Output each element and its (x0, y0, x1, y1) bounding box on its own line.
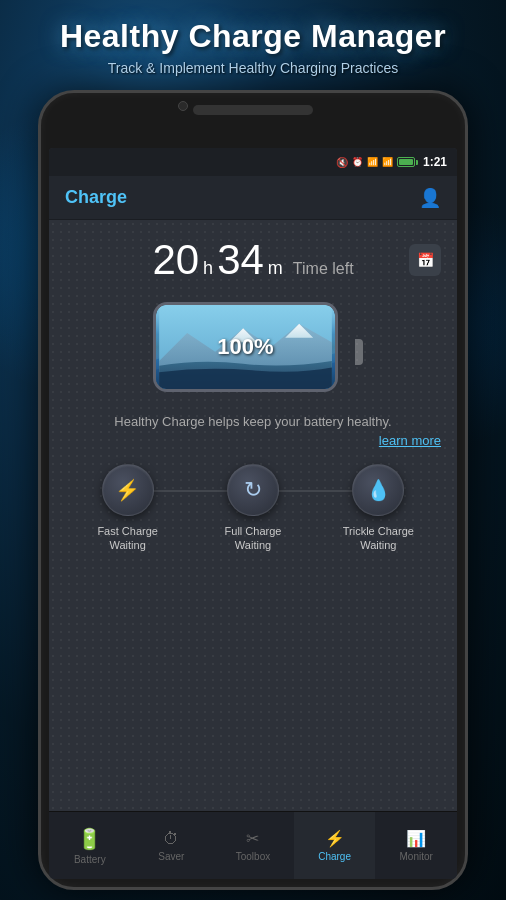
signal-icon: 📶 (382, 157, 393, 167)
bottom-nav: 🔋 Battery ⏱ Saver ✂ Toolbox ⚡ Charge 📊 M… (49, 811, 457, 879)
nav-monitor-icon: 📊 (406, 829, 426, 848)
nav-charge[interactable]: ⚡ Charge (294, 812, 376, 879)
main-content: 20 h 34 m Time left 📅 (49, 220, 457, 811)
time-hours: 20 (152, 236, 199, 284)
nav-battery[interactable]: 🔋 Battery (49, 812, 131, 879)
status-time: 1:21 (423, 155, 447, 169)
nav-charge-icon: ⚡ (325, 829, 345, 848)
status-icons: 🔇 ⏰ 📶 📶 1:21 (336, 155, 447, 169)
trickle-charge-icon-circle: 💧 (352, 464, 404, 516)
nav-monitor[interactable]: 📊 Monitor (375, 812, 457, 879)
phone-speaker (193, 105, 313, 115)
learn-more-link[interactable]: learn more (65, 433, 441, 448)
charge-modes: ⚡ Fast ChargeWaiting ↻ Full ChargeWaitin… (65, 464, 441, 553)
app-title: Healthy Charge Manager (20, 18, 486, 55)
trickle-charge-mode[interactable]: 💧 Trickle ChargeWaiting (316, 464, 441, 553)
fast-charge-label: Fast ChargeWaiting (97, 524, 158, 553)
full-charge-label: Full ChargeWaiting (225, 524, 282, 553)
nav-saver-label: Saver (158, 851, 184, 862)
battery-visual: 100% (153, 302, 353, 402)
nav-saver[interactable]: ⏱ Saver (131, 812, 213, 879)
alarm-icon: ⏰ (352, 157, 363, 167)
profile-icon[interactable]: 👤 (419, 187, 441, 209)
phone-camera (178, 101, 188, 111)
battery-body: 100% (153, 302, 338, 392)
mute-icon: 🔇 (336, 157, 348, 168)
status-bar: 🔇 ⏰ 📶 📶 1:21 (49, 148, 457, 176)
time-hours-unit: h (203, 258, 213, 279)
toolbar: Charge 👤 (49, 176, 457, 220)
nav-charge-label: Charge (318, 851, 351, 862)
nav-monitor-label: Monitor (399, 851, 432, 862)
app-header-section: Healthy Charge Manager Track & Implement… (0, 0, 506, 86)
nav-saver-icon: ⏱ (163, 830, 179, 848)
calendar-icon[interactable]: 📅 (409, 244, 441, 276)
time-minutes: 34 (217, 236, 264, 284)
nav-battery-label: Battery (74, 854, 106, 865)
time-display: 20 h 34 m Time left 📅 (65, 236, 441, 284)
fast-charge-icon-circle: ⚡ (102, 464, 154, 516)
trickle-charge-icon: 💧 (366, 478, 391, 502)
nav-battery-icon: 🔋 (77, 827, 102, 851)
wifi-icon: 📶 (367, 157, 378, 167)
fast-charge-mode[interactable]: ⚡ Fast ChargeWaiting (65, 464, 190, 553)
helper-section: Healthy Charge helps keep your battery h… (65, 412, 441, 448)
nav-toolbox-label: Toolbox (236, 851, 270, 862)
nav-toolbox[interactable]: ✂ Toolbox (212, 812, 294, 879)
full-charge-icon-circle: ↻ (227, 464, 279, 516)
battery-status-icon (397, 157, 415, 167)
time-minutes-unit: m (268, 258, 283, 279)
phone-frame: 🔇 ⏰ 📶 📶 1:21 Charge 👤 20 h 34 m Time lef… (38, 90, 468, 890)
battery-percentage: 100% (217, 334, 273, 360)
nav-toolbox-icon: ✂ (246, 829, 259, 848)
fast-charge-icon: ⚡ (115, 478, 140, 502)
time-label: Time left (293, 260, 354, 278)
app-subtitle: Track & Implement Healthy Charging Pract… (20, 60, 486, 76)
full-charge-icon: ↻ (244, 477, 262, 503)
toolbar-title: Charge (65, 187, 127, 208)
phone-screen: 🔇 ⏰ 📶 📶 1:21 Charge 👤 20 h 34 m Time lef… (49, 148, 457, 879)
battery-terminal (355, 339, 363, 365)
full-charge-mode[interactable]: ↻ Full ChargeWaiting (190, 464, 315, 553)
helper-text: Healthy Charge helps keep your battery h… (114, 414, 391, 429)
trickle-charge-label: Trickle ChargeWaiting (343, 524, 414, 553)
